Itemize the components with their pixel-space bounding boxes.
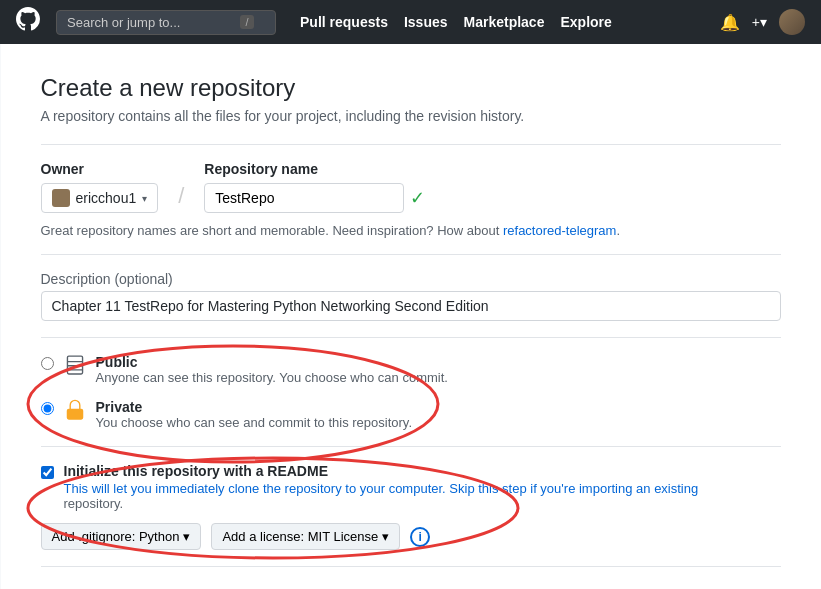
init-checkbox-row: Initialize this repository with a README… xyxy=(41,463,781,511)
owner-name: ericchou1 xyxy=(76,190,137,206)
init-readme-section: Initialize this repository with a README… xyxy=(41,463,781,550)
description-label: Description (optional) xyxy=(41,271,781,287)
repo-name-input[interactable] xyxy=(204,183,404,213)
init-section: Initialize this repository with a README… xyxy=(41,463,781,550)
gitignore-chevron-icon: ▾ xyxy=(183,529,190,544)
github-logo-icon[interactable] xyxy=(16,7,40,37)
divider-top xyxy=(41,144,781,145)
divider-description xyxy=(41,254,781,255)
public-label: Public xyxy=(96,354,448,370)
notification-icon[interactable]: 🔔 xyxy=(720,13,740,32)
slash-separator: / xyxy=(178,183,184,213)
nav-marketplace[interactable]: Marketplace xyxy=(464,14,545,30)
description-input[interactable] xyxy=(41,291,781,321)
info-icon[interactable]: i xyxy=(410,527,430,547)
repo-name-label: Repository name xyxy=(204,161,425,177)
navbar: Search or jump to... / Pull requests Iss… xyxy=(0,0,821,44)
public-desc: Anyone can see this repository. You choo… xyxy=(96,370,448,385)
page-subtitle: A repository contains all the files for … xyxy=(41,108,781,124)
owner-group: Owner ericchou1 ▾ xyxy=(41,161,159,213)
description-group: Description (optional) xyxy=(41,271,781,321)
dropdown-row: Add .gitignore: Python ▾ Add a license: … xyxy=(41,523,781,550)
public-option: Public Anyone can see this repository. Y… xyxy=(41,354,781,385)
public-radio[interactable] xyxy=(41,357,54,370)
owner-chevron-icon: ▾ xyxy=(142,193,147,204)
nav-explore[interactable]: Explore xyxy=(560,14,611,30)
lock-icon xyxy=(64,399,86,427)
nav-issues[interactable]: Issues xyxy=(404,14,448,30)
visibility-section: Public Anyone can see this repository. Y… xyxy=(41,354,781,430)
owner-select[interactable]: ericchou1 ▾ xyxy=(41,183,159,213)
private-option-text: Private You choose who can see and commi… xyxy=(96,399,413,430)
new-item-button[interactable]: +▾ xyxy=(752,14,767,30)
private-desc: You choose who can see and commit to thi… xyxy=(96,415,413,430)
owner-label: Owner xyxy=(41,161,159,177)
divider-visibility xyxy=(41,337,781,338)
divider-init xyxy=(41,446,781,447)
init-readme-desc: This will let you immediately clone the … xyxy=(64,481,699,511)
navbar-right: 🔔 +▾ xyxy=(720,9,805,35)
public-option-text: Public Anyone can see this repository. Y… xyxy=(96,354,448,385)
private-label: Private xyxy=(96,399,413,415)
gitignore-dropdown[interactable]: Add .gitignore: Python ▾ xyxy=(41,523,202,550)
repo-name-group: Repository name ✓ xyxy=(204,161,425,213)
valid-check-icon: ✓ xyxy=(410,187,425,209)
private-option: Private You choose who can see and commi… xyxy=(41,399,781,430)
private-radio[interactable] xyxy=(41,402,54,415)
page-title: Create a new repository xyxy=(41,74,781,102)
owner-repo-row: Owner ericchou1 ▾ / Repository name ✓ xyxy=(41,161,781,213)
divider-bottom xyxy=(41,566,781,567)
nav-links: Pull requests Issues Marketplace Explore xyxy=(300,14,612,30)
name-suggestion: Great repository names are short and mem… xyxy=(41,223,781,238)
main-content: Create a new repository A repository con… xyxy=(1,44,821,589)
owner-avatar-icon xyxy=(52,189,70,207)
nav-pull-requests[interactable]: Pull requests xyxy=(300,14,388,30)
init-readme-label: Initialize this repository with a README xyxy=(64,463,699,479)
license-chevron-icon: ▾ xyxy=(382,529,389,544)
user-avatar[interactable] xyxy=(779,9,805,35)
search-shortcut: / xyxy=(240,15,253,29)
book-icon xyxy=(64,354,86,382)
search-bar[interactable]: Search or jump to... / xyxy=(56,10,276,35)
license-dropdown[interactable]: Add a license: MIT License ▾ xyxy=(211,523,400,550)
suggestion-link[interactable]: refactored-telegram xyxy=(503,223,616,238)
init-readme-checkbox[interactable] xyxy=(41,466,54,479)
init-readme-text: Initialize this repository with a README… xyxy=(64,463,699,511)
search-placeholder: Search or jump to... xyxy=(67,15,180,30)
